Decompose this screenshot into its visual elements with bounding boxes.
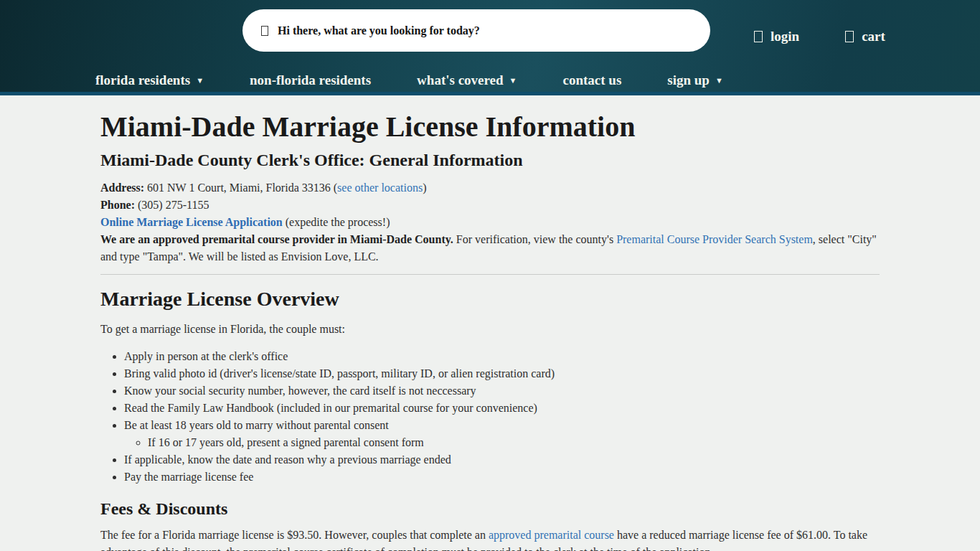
cart-label: cart <box>862 29 885 44</box>
main-nav: florida residents ▼ non-florida resident… <box>95 73 980 87</box>
overview-heading: Marriage License Overview <box>100 288 880 311</box>
provider-line: We are an approved premarital course pro… <box>100 231 880 265</box>
address-label: Address: <box>100 182 144 194</box>
list-item-text: Be at least 18 years old to marry withou… <box>124 419 389 431</box>
nav-label: florida residents <box>95 73 190 87</box>
address-line: Address: 601 NW 1 Court, Miami, Florida … <box>100 179 880 197</box>
chevron-down-icon: ▼ <box>715 77 723 85</box>
see-other-locations-link[interactable]: see other locations <box>337 182 423 194</box>
search-input[interactable] <box>276 24 692 38</box>
phone-line: Phone: (305) 275-1155 <box>100 197 880 214</box>
address-value: 601 NW 1 Court, Miami, Florida 33136 ( <box>147 182 337 194</box>
requirements-sublist: If 16 or 17 years old, present a signed … <box>124 434 880 451</box>
site-header: login cart florida residents ▼ non-flori… <box>0 0 980 95</box>
main-content: Miami-Dade Marriage License Information … <box>100 110 880 551</box>
login-label: login <box>771 29 799 44</box>
nav-item-sign-up[interactable]: sign up ▼ <box>667 73 723 87</box>
list-item: Be at least 18 years old to marry withou… <box>124 417 880 451</box>
cart-button[interactable]: cart <box>845 29 885 44</box>
requirements-list: Apply in person at the clerk's office Br… <box>100 348 880 486</box>
search-icon <box>261 26 268 36</box>
chevron-down-icon: ▼ <box>196 77 204 85</box>
section-subtitle: Miami-Dade County Clerk's Office: Genera… <box>100 151 880 170</box>
overview-intro: To get a marriage license in Florida, th… <box>100 321 880 338</box>
chevron-down-icon: ▼ <box>509 77 517 85</box>
phone-label: Phone: <box>100 199 135 211</box>
nav-item-non-florida-residents[interactable]: non-florida residents <box>250 73 371 87</box>
user-icon <box>754 31 763 42</box>
page-title: Miami-Dade Marriage License Information <box>100 110 880 143</box>
list-item: Read the Family Law Handbook (included i… <box>124 400 880 417</box>
nav-item-florida-residents[interactable]: florida residents ▼ <box>95 73 204 87</box>
nav-label: non-florida residents <box>250 73 371 87</box>
header-top: login cart <box>0 0 980 52</box>
list-item: Apply in person at the clerk's office <box>124 348 880 365</box>
premarital-course-link[interactable]: approved premarital course <box>489 529 614 541</box>
list-item: If 16 or 17 years old, present a signed … <box>148 434 880 451</box>
list-item: If applicable, know the date and reason … <box>124 451 880 468</box>
cart-icon <box>845 31 854 42</box>
provider-bold-text: We are an approved premarital course pro… <box>100 233 453 245</box>
nav-label: contact us <box>563 73 622 87</box>
list-item: Pay the marriage license fee <box>124 468 880 486</box>
phone-value: (305) 275-1155 <box>138 199 209 211</box>
nav-item-whats-covered[interactable]: what's covered ▼ <box>417 73 517 87</box>
provider-search-link[interactable]: Premarital Course Provider Search System <box>616 233 813 245</box>
nav-label: what's covered <box>417 73 504 87</box>
nav-label: sign up <box>667 73 710 87</box>
fees-text: The fee for a Florida marriage license i… <box>100 529 489 541</box>
nav-item-contact-us[interactable]: contact us <box>563 73 622 87</box>
search-bar[interactable] <box>242 9 710 52</box>
login-button[interactable]: login <box>754 29 799 44</box>
list-item: Know your social security number, howeve… <box>124 382 880 400</box>
account-links: login cart <box>754 29 885 44</box>
address-suffix: ) <box>423 182 426 194</box>
list-item: Bring valid photo id (driver's license/s… <box>124 365 880 382</box>
application-suffix: (expedite the process!) <box>283 216 390 228</box>
provider-text: For verification, view the county's <box>456 233 616 245</box>
fees-heading: Fees & Discounts <box>100 499 880 519</box>
application-line: Online Marriage License Application (exp… <box>100 214 880 231</box>
online-application-link[interactable]: Online Marriage License Application <box>100 216 283 228</box>
fees-paragraph: The fee for a Florida marriage license i… <box>100 527 880 551</box>
section-divider <box>100 274 880 275</box>
